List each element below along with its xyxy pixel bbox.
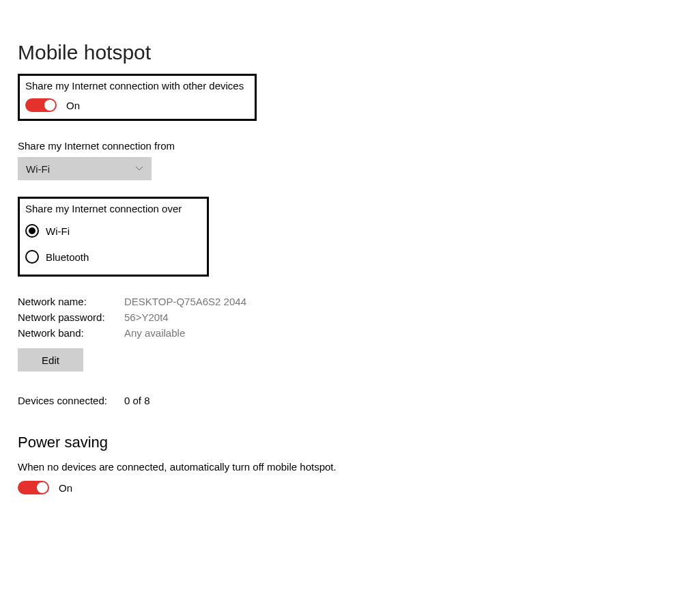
share-from-dropdown[interactable]: Wi-Fi	[18, 157, 152, 180]
share-from-selected: Wi-Fi	[26, 163, 50, 175]
radio-bluetooth-button	[25, 250, 39, 264]
power-saving-heading: Power saving	[18, 434, 681, 451]
chevron-down-icon	[135, 165, 143, 173]
network-password-row: Network password: 56>Y20t4	[18, 311, 681, 323]
share-from-section: Share my Internet connection from Wi-Fi	[18, 140, 681, 180]
power-saving-description: When no devices are connected, automatic…	[18, 461, 681, 473]
network-password-label: Network password:	[18, 311, 124, 323]
share-toggle-state: On	[66, 100, 80, 111]
share-toggle-row: On	[25, 98, 249, 112]
network-name-label: Network name:	[18, 296, 124, 307]
power-saving-toggle-state: On	[59, 482, 72, 494]
radio-wifi[interactable]: Wi-Fi	[25, 224, 201, 238]
network-info: Network name: DESKTOP-Q75A6S2 2044 Netwo…	[18, 296, 681, 372]
network-band-value: Any available	[124, 327, 185, 339]
share-toggle-highlight: Share my Internet connection with other …	[18, 74, 257, 121]
network-name-row: Network name: DESKTOP-Q75A6S2 2044	[18, 296, 681, 307]
share-toggle-label: Share my Internet connection with other …	[25, 80, 249, 92]
radio-inner	[29, 227, 35, 234]
power-saving-toggle[interactable]	[18, 481, 49, 494]
settings-content: Mobile hotspot Share my Internet connect…	[0, 0, 699, 508]
share-over-label: Share my Internet connection over	[25, 203, 201, 214]
page-title: Mobile hotspot	[18, 41, 681, 64]
edit-button[interactable]: Edit	[18, 348, 83, 372]
share-toggle[interactable]	[25, 98, 57, 112]
power-saving-toggle-row: On	[18, 481, 681, 494]
network-password-value: 56>Y20t4	[124, 311, 169, 323]
network-band-label: Network band:	[18, 327, 124, 339]
radio-bluetooth[interactable]: Bluetooth	[25, 250, 201, 264]
network-band-row: Network band: Any available	[18, 327, 681, 339]
network-name-value: DESKTOP-Q75A6S2 2044	[124, 296, 246, 307]
devices-connected-label: Devices connected:	[18, 395, 124, 406]
toggle-knob	[44, 100, 55, 111]
toggle-knob	[37, 482, 48, 493]
share-from-label: Share my Internet connection from	[18, 140, 681, 152]
devices-connected-row: Devices connected: 0 of 8	[18, 395, 681, 406]
radio-bluetooth-label: Bluetooth	[46, 251, 89, 263]
devices-connected-value: 0 of 8	[124, 395, 150, 406]
share-over-highlight: Share my Internet connection over Wi-Fi …	[18, 197, 209, 277]
radio-wifi-label: Wi-Fi	[46, 225, 70, 237]
radio-wifi-button	[25, 224, 39, 238]
